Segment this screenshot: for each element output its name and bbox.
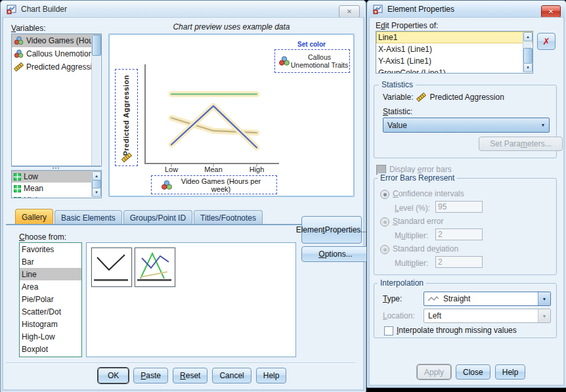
close-button[interactable]: ✕ [339, 5, 360, 18]
apply-button[interactable]: Apply [417, 364, 451, 380]
legend-label: Callous Unemotional Traits [290, 53, 349, 69]
scrollbar-thumb[interactable] [92, 35, 101, 56]
property-item[interactable]: GroupColor (Line1) [376, 67, 533, 74]
chart-type-item[interactable]: Bar [20, 255, 81, 268]
element-properties-window: Element Properties ✕ Edit Properties of:… [366, 0, 566, 388]
element-properties-app-icon [373, 4, 383, 14]
standard-deviation-label: Standard deviation [393, 244, 458, 253]
tab-bar: Gallery Basic Elements Groups/Point ID T… [15, 209, 263, 225]
chart-type-item[interactable]: Scatter/Dot [20, 305, 81, 318]
close-dialog-button[interactable]: Close [456, 364, 490, 380]
level-label: Level (%): [395, 204, 430, 213]
chart-type-item[interactable]: Boxplot [20, 343, 81, 355]
error-bars-group-label: Error Bars Represent [378, 173, 457, 183]
category-name: Low [24, 172, 38, 181]
desktop: { "chart_builder": { "title": "Chart Bui… [0, 0, 566, 392]
statistic-dropdown[interactable]: Value ▼ [383, 118, 550, 133]
property-item[interactable]: Y-Axis1 (Line1) [376, 55, 533, 67]
category-item[interactable]: Mean [12, 183, 101, 194]
close-button[interactable]: ✕ [541, 5, 561, 18]
edit-properties-label: Edit Properties of: [376, 21, 438, 30]
variable-name: Video Games (Hour... [26, 36, 102, 45]
chart-type-list[interactable]: Favorites Bar Line Area Pie/Polar Scatte… [19, 242, 82, 357]
property-item[interactable]: Line1 [376, 32, 533, 43]
tab-titles-footnotes[interactable]: Titles/Footnotes [194, 210, 263, 225]
property-item[interactable]: X-Axis1 (Line1) [376, 43, 533, 55]
nominal-variable-icon [14, 49, 24, 58]
scroll-up-icon[interactable]: ▲ [523, 32, 533, 41]
properties-scrollbar[interactable]: ▲ ▼ [523, 32, 532, 72]
scroll-down-icon[interactable]: ▼ [523, 63, 533, 72]
variable-name: Callous Unemotion... [26, 49, 99, 58]
variable-item[interactable]: Callous Unemotion... [12, 47, 101, 60]
category-item[interactable]: Low [12, 171, 101, 183]
standard-error-radio[interactable] [380, 217, 389, 227]
type-value: Straight [439, 294, 470, 303]
set-parameters-button[interactable]: Set Parameters... [479, 137, 563, 151]
reset-button[interactable]: Reset [173, 368, 207, 383]
gallery-simple-line-thumbnail[interactable] [91, 248, 132, 287]
location-dropdown[interactable]: Left ▼ [424, 309, 551, 323]
category-name: High [24, 196, 40, 198]
variable-name: Predicted Aggressio... [26, 62, 102, 72]
level-input[interactable] [435, 201, 483, 213]
legend-title: Set color [274, 41, 349, 48]
standard-deviation-radio[interactable] [380, 245, 389, 254]
tab-groups-point-id[interactable]: Groups/Point ID [123, 210, 192, 225]
chart-type-item[interactable]: Pie/Polar [20, 293, 81, 305]
chart-type-item[interactable]: Area [20, 280, 81, 293]
remove-element-button[interactable]: ✗ [537, 33, 555, 50]
interpolation-group-label: Interpolation [378, 278, 426, 288]
dialog-buttons: Apply Close Help [417, 364, 525, 380]
scrollbar-thumb[interactable] [523, 48, 533, 64]
paste-button[interactable]: Paste [133, 368, 168, 383]
y-axis-drop-zone[interactable]: Predicted Aggression [115, 69, 138, 166]
element-properties-titlebar[interactable]: Element Properties [368, 1, 565, 17]
scroll-up-icon[interactable]: ▲ [92, 171, 101, 181]
interpolate-missing-checkbox[interactable] [384, 326, 393, 336]
category-item[interactable]: High [12, 194, 101, 198]
help-button[interactable]: Help [256, 368, 287, 383]
close-icon: ✕ [548, 8, 554, 15]
chart-type-item[interactable]: High-Low [20, 330, 81, 343]
categories-scrollbar[interactable]: ▲ ▼ [91, 171, 100, 197]
confidence-intervals-label: Confidence intervals [393, 189, 464, 198]
chart-builder-app-icon [7, 4, 17, 14]
variable-item[interactable]: Video Games (Hour... [12, 34, 101, 47]
options-button[interactable]: Options... [301, 246, 370, 262]
type-label: Type: [383, 294, 402, 303]
tab-basic-elements[interactable]: Basic Elements [54, 210, 122, 225]
chart-type-item[interactable]: Line [20, 268, 81, 280]
dropdown-arrow-icon: ▼ [538, 309, 550, 322]
chart-type-item[interactable]: Favorites [20, 243, 81, 255]
window-title: Element Properties [387, 5, 454, 14]
standard-error-label: Standard error [393, 217, 443, 226]
scroll-down-icon[interactable]: ▼ [92, 188, 101, 197]
category-icon [14, 185, 21, 192]
cancel-button[interactable]: Cancel [212, 368, 251, 383]
interpolation-type-dropdown[interactable]: Straight ▼ [424, 292, 551, 306]
element-properties-button[interactable]: Element Properties... [301, 216, 362, 244]
multiplier-input[interactable] [435, 229, 483, 240]
tab-gallery[interactable]: Gallery [15, 209, 53, 225]
x-axis-drop-zone[interactable]: Video Games (Hours per week) [151, 175, 277, 194]
chart-type-item[interactable]: Histogram [20, 318, 81, 330]
nominal-variable-icon [14, 36, 24, 45]
interpolate-missing-label: Interpolate through missing values [397, 326, 517, 335]
help-button[interactable]: Help [495, 364, 526, 380]
variable-item[interactable]: Predicted Aggressio... [12, 60, 101, 74]
straight-line-icon [427, 295, 439, 302]
variables-list[interactable]: Video Games (Hour... Callous Unemotion..… [11, 33, 102, 167]
gallery-multiple-line-thumbnail[interactable] [135, 248, 175, 287]
chart-builder-titlebar[interactable]: Chart Builder [1, 1, 365, 17]
x-tick-label: Mean [200, 165, 227, 173]
variables-scrollbar[interactable] [91, 35, 100, 165]
ok-button[interactable]: OK [98, 368, 129, 383]
multiplier2-input[interactable] [435, 256, 483, 268]
confidence-intervals-radio[interactable] [380, 190, 389, 199]
category-icon [14, 197, 21, 199]
legend-drop-zone[interactable]: Callous Unemotional Traits [274, 49, 350, 73]
categories-list[interactable]: Low Mean High ▲ ▼ [11, 170, 102, 198]
chart-type-item[interactable]: Dual Axes [20, 355, 81, 357]
edit-properties-list[interactable]: Line1 X-Axis1 (Line1) Y-Axis1 (Line1) Gr… [376, 31, 533, 74]
